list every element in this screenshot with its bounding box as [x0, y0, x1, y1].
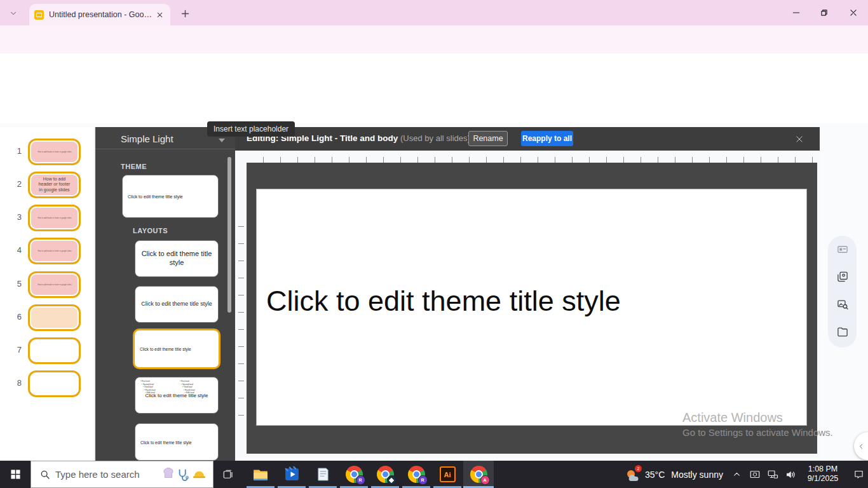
- taskbar-chrome-r2[interactable]: R: [401, 461, 431, 488]
- stethoscope-icon: [177, 468, 191, 482]
- tab-close-icon[interactable]: [154, 9, 165, 20]
- chrome-profile-badge: R: [356, 475, 365, 485]
- chrome-icon: [377, 466, 394, 483]
- slide-number: 6: [9, 312, 22, 322]
- new-tab-button[interactable]: [177, 5, 193, 22]
- editor-canvas-area: Editing: Simple Light - Title and body (…: [235, 127, 820, 458]
- browser-tab[interactable]: Untitled presentation - Google: [29, 4, 170, 25]
- slide-thumbnail-4[interactable]: How to add header or footer in google sl…: [28, 238, 81, 264]
- activate-windows-watermark-line2: Go to Settings to activate Windows.: [682, 427, 833, 438]
- taskbar-chrome-stack[interactable]: [370, 461, 400, 488]
- start-button[interactable]: [0, 461, 31, 488]
- slide-number: 1: [9, 146, 22, 156]
- chrome-profile-badge: [387, 475, 397, 485]
- taskbar-search-box[interactable]: Type here to search: [31, 461, 214, 488]
- layout-thumbnail-title[interactable]: Click to edit theme title style: [135, 240, 219, 277]
- tray-volume-icon[interactable]: [782, 461, 799, 488]
- chrome-icon: A: [470, 466, 487, 483]
- slide-thumbnail-5[interactable]: How to add header or footer in google sl…: [28, 271, 81, 298]
- window-restore-button[interactable]: [815, 4, 834, 22]
- task-view-button[interactable]: [214, 461, 243, 488]
- chrome-icon: R: [346, 466, 363, 483]
- clock-date: 9/1/2025: [799, 474, 846, 484]
- layout-thumbnail-section[interactable]: Click to edit theme title style: [135, 286, 219, 323]
- tab-title: Untitled presentation - Google: [49, 10, 154, 19]
- windows-logo-icon: [10, 469, 21, 480]
- divider: [95, 149, 235, 149]
- image-search-icon[interactable]: [836, 299, 848, 311]
- browser-toolbar: docs.google.com/presentation/d/1CNqchgt3…: [0, 25, 868, 53]
- weather-temperature: 35°C: [645, 470, 665, 480]
- screen: Untitled presentation - Google: [0, 0, 868, 488]
- theme-layouts-panel: Simple Light THEME Click to edit theme t…: [95, 127, 235, 461]
- notepad-icon: [316, 467, 330, 482]
- vertical-ruler: [238, 222, 244, 432]
- theme-name[interactable]: Simple Light: [121, 133, 173, 144]
- taskbar-illustrator[interactable]: Ai: [432, 461, 463, 488]
- weather-widget[interactable]: 2 35°C Mostly sunny: [620, 461, 728, 488]
- chrome-profile-badge: R: [418, 475, 428, 485]
- side-panel-rail: [828, 236, 857, 348]
- taskbar-file-explorer[interactable]: [245, 461, 276, 488]
- taskbar-notepad[interactable]: [308, 461, 338, 488]
- content-area: 1 How to add header or footer in google …: [0, 123, 868, 461]
- movies-tv-icon: [284, 466, 300, 482]
- clock-time: 1:08 PM: [799, 464, 846, 474]
- tab-search-icon[interactable]: [5, 5, 22, 22]
- slide-number: 3: [9, 212, 22, 222]
- weather-icon: 2: [625, 467, 640, 482]
- weather-alert-badge: 2: [635, 465, 642, 472]
- photos-icon[interactable]: [836, 271, 848, 283]
- slide-number: 8: [9, 378, 22, 388]
- show-side-panel-button[interactable]: [854, 432, 868, 460]
- slide-thumbnail-7[interactable]: [28, 337, 81, 364]
- window-minimize-button[interactable]: [787, 4, 806, 22]
- taskbar-movies-tv[interactable]: [276, 461, 307, 488]
- search-icon: [40, 470, 50, 480]
- app-header: Untitled presentation File Edit View Ins…: [0, 53, 868, 95]
- illustrator-icon: Ai: [440, 466, 456, 482]
- windows-taskbar: Type here to search R: [0, 461, 868, 488]
- slide-thumbnail-2[interactable]: How to add header or footer in google sl…: [28, 172, 81, 198]
- slide-number: 5: [9, 279, 22, 288]
- search-highlights: [161, 467, 207, 482]
- layouts-section-label: LAYOUTS: [133, 227, 168, 234]
- action-center-icon[interactable]: [849, 461, 868, 488]
- slide-thumbnail-6[interactable]: [28, 304, 81, 331]
- tray-network-icon[interactable]: [764, 461, 782, 488]
- editing-theme-bar: Editing: Simple Light - Title and body (…: [235, 127, 820, 151]
- slides-favicon: [34, 10, 44, 20]
- window-close-button[interactable]: [844, 4, 863, 22]
- taskbar-clock[interactable]: 1:08 PM 9/1/2025: [799, 464, 846, 484]
- layout-thumbnail-title-and-body-selected[interactable]: Click to edit theme title style: [133, 329, 220, 369]
- slide-number: 2: [9, 179, 22, 189]
- rename-button[interactable]: Rename: [468, 131, 508, 146]
- search-placeholder: Type here to search: [55, 469, 161, 480]
- contacts-card-icon[interactable]: [836, 243, 848, 255]
- layout-thumbnail-title-body-2[interactable]: Click to edit theme title style: [135, 423, 219, 461]
- folder-icon[interactable]: [836, 326, 848, 338]
- theme-dropdown-caret[interactable]: [219, 139, 225, 142]
- slide-thumbnail-1[interactable]: How to add header or footer in google sl…: [28, 139, 81, 165]
- hard-hat-icon: [192, 467, 207, 482]
- theme-master-thumbnail[interactable]: Click to edit theme title style: [122, 175, 219, 218]
- panel-scrollbar[interactable]: [227, 157, 231, 313]
- browser-tab-strip: Untitled presentation - Google: [0, 0, 868, 25]
- taskbar-chrome-r1[interactable]: R: [339, 461, 369, 488]
- slide-thumbnail-8[interactable]: [28, 370, 81, 397]
- tray-cast-icon[interactable]: [746, 461, 764, 488]
- slide-number: 7: [9, 345, 22, 355]
- slide-thumbnail-3[interactable]: How to add header or footer in google sl…: [28, 205, 81, 231]
- tray-show-hidden-icons[interactable]: [728, 461, 745, 488]
- taskbar-chrome-active[interactable]: A: [463, 461, 494, 488]
- horizontal-ruler: [247, 157, 817, 163]
- chrome-profile-badge: A: [480, 475, 490, 485]
- editing-bar-note: (Used by all slides): [400, 133, 470, 143]
- activate-windows-watermark: Activate Windows: [682, 410, 783, 425]
- reapply-to-all-button[interactable]: Reapply to all: [521, 131, 573, 146]
- layout-thumbnail-two-columns[interactable]: • First level • Second level • Third lev…: [135, 377, 219, 414]
- layout-slide-page[interactable]: Click to edit theme title style: [256, 189, 807, 426]
- title-placeholder-text[interactable]: Click to edit theme title style: [266, 285, 621, 318]
- chef-hat-icon: [161, 468, 175, 482]
- close-theme-editor-icon[interactable]: [792, 132, 807, 147]
